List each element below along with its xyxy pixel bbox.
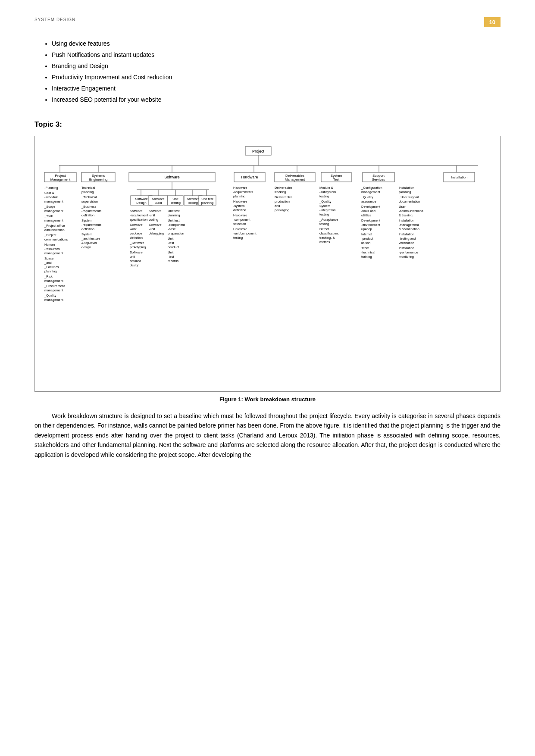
topic-heading: Topic 3: (34, 120, 501, 129)
svg-text:preparation: preparation (168, 231, 184, 235)
svg-text:_Procurement: _Procurement (44, 284, 65, 288)
svg-text:_Project office: _Project office (44, 224, 65, 228)
svg-text:-system: -system (233, 204, 244, 208)
svg-text:_architecture: _architecture (81, 237, 100, 241)
svg-text:Software: Software (130, 250, 143, 254)
svg-text:Deliverables: Deliverables (285, 174, 304, 178)
svg-text:administration: administration (44, 228, 65, 232)
svg-text:_and: _and (44, 261, 52, 265)
svg-text:coding: coding (188, 201, 198, 205)
svg-text:_Scope: _Scope (44, 205, 55, 209)
svg-text:planning: planning (168, 213, 180, 217)
svg-text:Software: Software (187, 197, 200, 201)
svg-text:classification,: classification, (319, 231, 339, 235)
svg-text:_Facilities: _Facilities (44, 265, 59, 269)
svg-text:& top-level: & top-level (81, 241, 97, 245)
svg-text:coding: coding (149, 218, 158, 222)
svg-text:-tools and: -tools and (361, 209, 375, 213)
svg-text:Human: Human (44, 243, 55, 247)
svg-text:_Quality: _Quality (44, 294, 56, 297)
svg-text:Hardware: Hardware (233, 186, 247, 190)
svg-text:definition: definition (233, 208, 246, 212)
svg-text:-component: -component (233, 218, 251, 222)
svg-text:_Business: _Business (81, 205, 97, 209)
page-header: SYSTEM DESIGN 10 (34, 17, 501, 27)
svg-text:monitoring: monitoring (399, 255, 414, 259)
svg-text:prototyping: prototyping (130, 245, 146, 249)
svg-text:Development: Development (361, 219, 381, 222)
bullet-list: Using device features Push Notifications… (52, 40, 501, 103)
svg-text:-component: -component (168, 223, 185, 227)
list-item: Using device features (52, 40, 501, 47)
svg-text:records: records (168, 259, 178, 263)
svg-text:planning: planning (233, 194, 245, 198)
svg-text:planning: planning (201, 201, 213, 205)
svg-text:-test: -test (168, 241, 175, 245)
svg-text:detailed: detailed (130, 259, 141, 263)
svg-text:testing: testing (319, 194, 329, 198)
svg-text:Software: Software (149, 209, 162, 213)
list-item: Push Notifications and instant updates (52, 51, 501, 58)
svg-text:testing: testing (319, 212, 329, 216)
svg-text:-requirement: -requirement (130, 213, 148, 217)
svg-text:-communications: -communications (399, 209, 423, 213)
svg-text:Unit: Unit (168, 250, 174, 254)
page-number: 10 (484, 17, 501, 27)
list-item: Productivity Improvement and Cost reduct… (52, 74, 501, 81)
svg-text:Hardware: Hardware (241, 175, 258, 179)
svg-text:-test: -test (168, 255, 175, 259)
svg-text:upkeep: upkeep (361, 227, 372, 231)
svg-text:management: management (44, 251, 64, 255)
svg-text:-resources: -resources (44, 247, 60, 251)
svg-text:-subsystem: -subsystem (319, 190, 336, 194)
svg-text:-requirements: -requirements (233, 190, 253, 194)
svg-text:definition: definition (130, 236, 143, 240)
svg-text:package: package (130, 231, 142, 235)
svg-text:Software: Software (149, 223, 162, 227)
svg-text:Installation: Installation (451, 175, 467, 179)
svg-text:-product: -product (361, 237, 373, 241)
svg-text:metrics: metrics (319, 240, 330, 244)
svg-text:management: management (44, 279, 64, 283)
svg-text:Hardware: Hardware (233, 200, 247, 203)
svg-text:Installation: Installation (399, 232, 414, 236)
svg-text:management: management (44, 219, 64, 222)
svg-text:Systems: Systems (92, 174, 105, 178)
figure-caption-text: Figure 1: Work breakdown structure (219, 396, 316, 403)
svg-text:-unit: -unit (149, 213, 156, 217)
svg-text:documentation: documentation (399, 200, 420, 203)
svg-text:-unit: -unit (149, 227, 156, 231)
svg-text:verification: verification (399, 241, 414, 245)
svg-text:management: management (44, 209, 64, 213)
svg-text:Installation: Installation (399, 219, 414, 222)
wbs-svg-wrapper: Project (38, 143, 497, 386)
svg-text:definition: definition (81, 213, 94, 217)
svg-text:Design: Design (136, 201, 146, 205)
svg-text:Deliverables: Deliverables (275, 186, 293, 190)
svg-text:management: management (361, 190, 381, 194)
svg-text:_Acceptance: _Acceptance (319, 218, 338, 222)
svg-text:Unit test: Unit test (168, 219, 180, 222)
svg-text:System: System (319, 204, 330, 208)
svg-text:design: design (81, 245, 91, 249)
svg-text:Team: Team (361, 246, 369, 250)
svg-text:Hardware: Hardware (233, 227, 247, 231)
svg-text:-management: -management (399, 223, 419, 227)
svg-text:-requirements: -requirements (81, 223, 102, 227)
svg-text:utilities: utilities (361, 213, 371, 217)
svg-text:training: training (361, 255, 372, 259)
svg-text:planning: planning (44, 269, 56, 273)
svg-text:design: design (130, 263, 139, 267)
svg-text:management: management (44, 298, 64, 302)
page: SYSTEM DESIGN 10 Using device features P… (0, 0, 535, 756)
svg-text:Project: Project (252, 149, 265, 153)
svg-text:_User support: _User support (398, 195, 419, 199)
svg-text:-case: -case (168, 227, 175, 231)
svg-text:Installation: Installation (399, 186, 414, 190)
svg-text:_Risk: _Risk (44, 275, 53, 278)
svg-text:-Planning: -Planning (44, 186, 58, 190)
svg-text:specification: specification (130, 218, 147, 222)
svg-text:supervision: supervision (81, 200, 98, 203)
svg-text:and: and (275, 204, 280, 208)
svg-text:Software: Software (130, 209, 143, 213)
